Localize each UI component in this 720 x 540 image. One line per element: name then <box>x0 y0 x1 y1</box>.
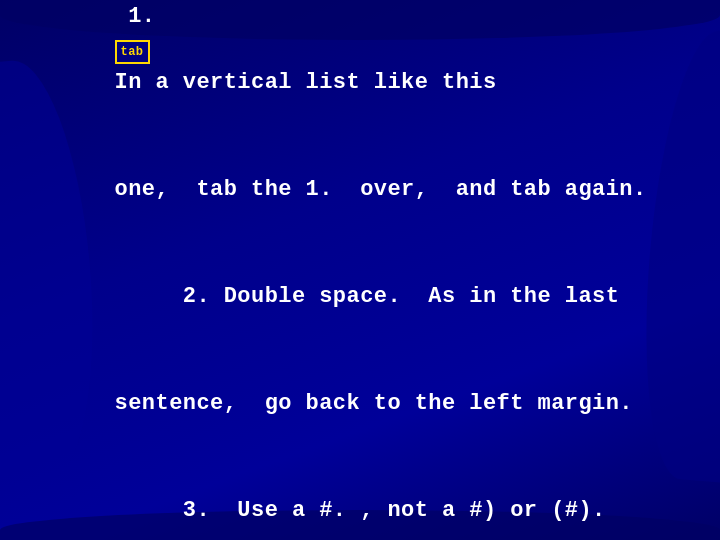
line1-text-b: In a vertical list like this <box>115 70 497 95</box>
line2-text: one, tab the 1. over, and tab again. <box>115 177 647 202</box>
line-2: one, tab the 1. over, and tab again. <box>60 140 660 239</box>
line-1: tab 1. tab In a vertical list like this <box>60 0 660 132</box>
line4-text: sentence, go back to the left margin. <box>115 391 633 416</box>
tab-box-2: tab <box>115 40 150 64</box>
line-5: 3. Use a #. , not a #) or (#). <box>60 461 660 540</box>
line5-text: 3. Use a #. , not a #) or (#). <box>115 498 606 523</box>
line-4: sentence, go back to the left margin. <box>60 354 660 453</box>
main-content: tab 1. tab In a vertical list like this … <box>0 0 720 540</box>
line-3: 2. Double space. As in the last <box>60 247 660 346</box>
line1-text-a: 1. <box>115 4 170 29</box>
line3-text: 2. Double space. As in the last <box>115 284 620 309</box>
